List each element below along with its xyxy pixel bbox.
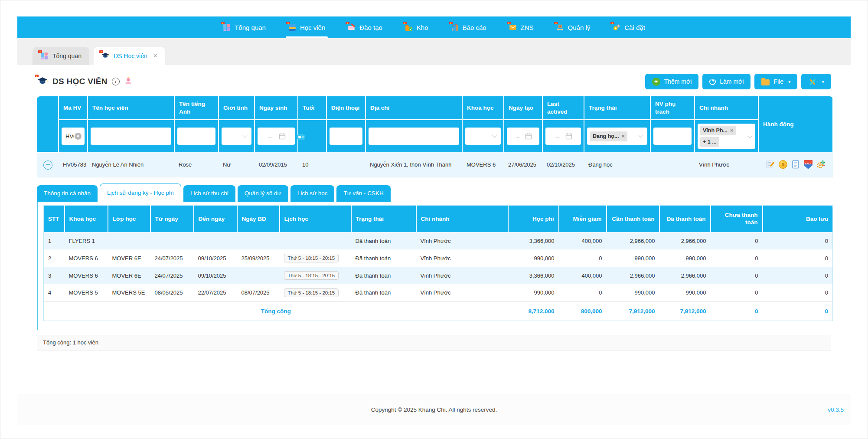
col-header-dien-thoai[interactable]: Điện thoại xyxy=(326,96,365,120)
nav-item-zns[interactable]: ZNS xyxy=(504,16,539,38)
col-header-last-actived[interactable]: Last actived xyxy=(542,96,584,120)
close-tab-icon[interactable]: × xyxy=(153,52,157,60)
clear-filter-icon[interactable]: × xyxy=(75,133,82,140)
detail-tab-thu-chi[interactable]: Lịch sử thu chi xyxy=(183,185,235,202)
nav-item-tong-quan[interactable]: Tổng quan xyxy=(218,16,271,38)
detail-tab-lich-su-hoc[interactable]: Lịch sử học xyxy=(290,185,335,202)
tuition-coin-icon[interactable]: $ xyxy=(778,160,788,169)
cell-dia-chi: Nguyễn Xiển 1, thôn Vĩnh Thành xyxy=(365,152,462,177)
inner-col-den-ngay: Đến ngày xyxy=(194,205,237,232)
nav-item-kho[interactable]: Kho xyxy=(400,16,434,38)
col-header-ngay-tao[interactable]: Ngày tạo xyxy=(504,96,542,120)
nav-item-hoc-vien[interactable]: Học viên xyxy=(283,16,330,38)
version-link[interactable]: v0.3.5 xyxy=(828,406,844,413)
schedule-chip: Thứ 5 - 18:15 - 20:15 xyxy=(284,271,339,280)
edit-icon[interactable] xyxy=(766,160,775,169)
detail-tab-so-du[interactable]: Quản lý số dư xyxy=(238,185,288,202)
file-menu-button[interactable]: File ▾ xyxy=(754,74,797,89)
refresh-button[interactable]: Làm mới xyxy=(702,74,751,89)
col-header-trang-thai[interactable]: Trạng thái xyxy=(584,96,650,120)
detail-tab-dang-ky-hoc-phi[interactable]: Lịch sử đăng ký - Học phí xyxy=(100,183,181,202)
enrollment-row: 4 MOVERS 5 MOVERS 5E 08/05/2025 22/07/20… xyxy=(44,284,833,301)
filter-tag-more: + 1 ... xyxy=(700,137,719,147)
remove-tag-icon[interactable]: × xyxy=(621,133,625,140)
cell-ngay-sinh: 02/09/2015 xyxy=(255,152,298,177)
inner-col-mien-giam: Miễn giảm xyxy=(559,205,607,232)
calendar-icon xyxy=(565,133,572,140)
detail-tab-tu-van-cskh[interactable]: Tư vấn - CSKH xyxy=(336,185,390,202)
schedule-chip: Thứ 5 - 18:15 - 20:15 xyxy=(284,254,339,262)
col-header-khoa-hoc[interactable]: Khoá học xyxy=(462,96,504,120)
filter-chi-nhanh-multiselect[interactable]: Vĩnh Ph...× + 1 ... xyxy=(698,124,755,149)
filter-dia-chi-input[interactable] xyxy=(369,128,459,145)
folder-icon xyxy=(761,79,770,85)
cell-chi-nhanh: Vĩnh Phước xyxy=(695,152,758,177)
student-row[interactable]: HV05783 Nguyễn Lê An Nhiên Rose Nữ 02/09… xyxy=(37,152,833,177)
col-header-gioi-tinh[interactable]: Giới tính xyxy=(219,96,255,120)
cell-last-actived: 02/10/2025 xyxy=(542,152,584,177)
nav-item-cai-dat[interactable]: Cài đặt xyxy=(607,16,650,38)
nav-item-dao-tao[interactable]: Đào tạo xyxy=(343,16,388,38)
col-header-ten-tieng-anh[interactable]: Tên tiếng Anh xyxy=(174,96,219,120)
filter-ten-hoc-vien-input[interactable] xyxy=(91,128,171,145)
col-header-dia-chi[interactable]: Địa chỉ xyxy=(365,96,462,120)
inner-col-lop-hoc: Lớp học xyxy=(108,205,150,232)
range-arrow-icon: → xyxy=(267,132,273,140)
filter-dien-thoai-input[interactable] xyxy=(330,128,362,145)
tools-menu-button[interactable]: ▾ xyxy=(801,74,831,89)
col-header-ngay-sinh[interactable]: Ngày sinh xyxy=(255,96,298,120)
col-header-chi-nhanh[interactable]: Chi nhánh xyxy=(695,96,758,120)
main-nav: Tổng quan Học viên Đào tạo Kho Báo cáo Z… xyxy=(17,16,851,38)
filter-ma-hv-input[interactable] xyxy=(65,129,75,144)
cell-ngay-tao: 27/06/2025 xyxy=(504,152,542,177)
page-title: DS HỌC VIÊN xyxy=(52,77,108,86)
window-tabs: Tổng quan DS Học viên × xyxy=(17,38,851,65)
row-actions: $ SALE xyxy=(763,160,829,169)
col-header-nv-phu-trach[interactable]: NV phụ trách xyxy=(650,96,695,120)
zns-mail-icon xyxy=(509,23,517,31)
footer: Copyright © 2025 Khang Chi. All rights r… xyxy=(17,394,851,425)
filter-ngay-sinh-daterange[interactable]: → xyxy=(258,128,295,145)
enrollment-row: 3 MOVERS 6 MOVER 6E 24/07/2025 09/10/202… xyxy=(44,267,833,284)
filter-ngay-tao-daterange[interactable]: → xyxy=(507,128,539,145)
nav-item-bao-cao[interactable]: Báo cáo xyxy=(446,16,492,38)
chevron-down-icon xyxy=(638,133,643,138)
cell-ten-tieng-anh: Rose xyxy=(174,152,219,177)
collapse-row-icon[interactable] xyxy=(43,161,52,170)
nav-label: Kho xyxy=(417,24,428,31)
info-icon[interactable]: i xyxy=(112,78,120,85)
sale-badge-icon[interactable]: SALE xyxy=(803,160,813,169)
filter-trang-thai-multiselect[interactable]: Đang họ...× xyxy=(587,128,647,145)
hint-person-icon[interactable] xyxy=(124,76,133,87)
schedule-settings-icon[interactable] xyxy=(816,160,826,169)
detail-tab-thong-tin[interactable]: Thông tin cá nhân xyxy=(37,185,98,202)
detail-tabs: Thông tin cá nhân Lịch sử đăng ký - Học … xyxy=(37,183,833,202)
col-header-ma-hv[interactable]: Mã HV xyxy=(59,96,88,120)
chevron-down-icon xyxy=(492,133,496,138)
filter-last-actived-daterange[interactable]: → xyxy=(545,128,581,145)
nav-item-quan-ly[interactable]: Quản lý xyxy=(551,16,596,38)
nav-label: Báo cáo xyxy=(463,24,486,31)
filter-ten-tieng-anh-input[interactable] xyxy=(177,128,215,145)
vn-flag-badge xyxy=(610,22,614,24)
inner-col-da-thanh-toan: Đã thanh toán xyxy=(659,205,711,232)
add-new-button[interactable]: + Thêm mới xyxy=(645,74,699,89)
col-header-ten-hoc-vien[interactable]: Tên học viên xyxy=(88,96,174,120)
tab-ds-hoc-vien[interactable]: DS Học viên × xyxy=(94,47,165,65)
filter-khoa-hoc-select[interactable] xyxy=(465,128,501,145)
filter-gioi-tinh-select[interactable] xyxy=(222,128,251,145)
filter-nv-phu-trach-input[interactable] xyxy=(653,128,692,145)
students-icon xyxy=(288,23,296,31)
report-icon xyxy=(451,23,459,31)
remove-tag-icon[interactable]: × xyxy=(730,127,734,134)
col-header-tuoi[interactable]: Tuổi xyxy=(298,96,326,120)
chevron-down-icon xyxy=(242,133,247,138)
filter-tag: Vĩnh Ph...× xyxy=(700,126,736,136)
slider-handle-max[interactable] xyxy=(297,134,303,140)
vn-flag-badge xyxy=(554,22,558,24)
graduation-cap-icon xyxy=(37,76,48,87)
enrollment-table: STT Khoá học Lớp học Từ ngày Đến ngày Ng… xyxy=(43,205,833,321)
inner-col-tu-ngay: Từ ngày xyxy=(150,205,194,232)
tab-tong-quan[interactable]: Tổng quan xyxy=(33,47,89,65)
invoice-icon[interactable] xyxy=(791,160,800,169)
